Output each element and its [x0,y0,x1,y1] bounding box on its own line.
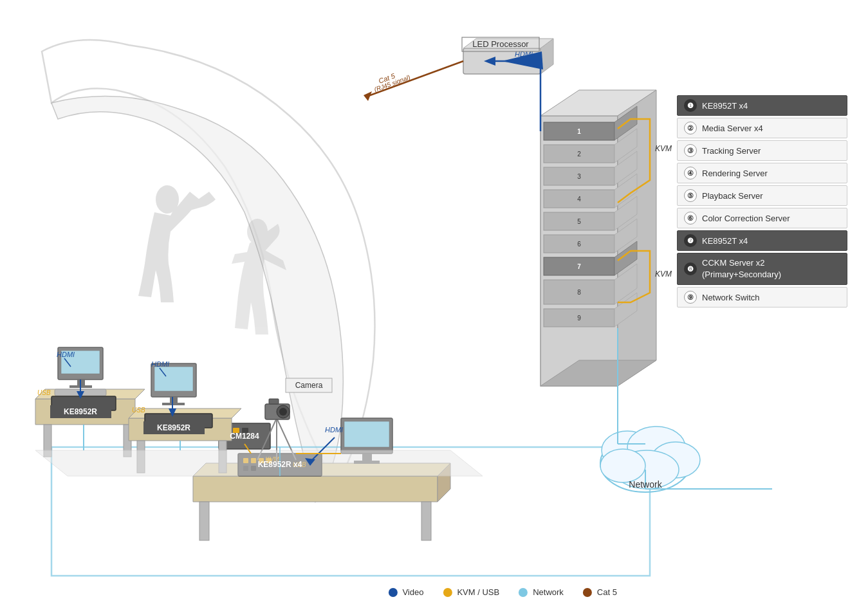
svg-text:KVM: KVM [655,270,672,279]
legend-num-9: ⑨ [684,291,697,304]
legend-num-4: ④ [684,167,697,179]
legend-num-8: ❽ [684,262,697,275]
legend-video: Video [388,587,423,597]
legend-num-1: ❶ [684,99,697,112]
video-label: Video [402,587,423,597]
legend-item-8: ❽ CCKM Server x2(Primary+Secondary) [677,253,847,285]
legend-label-9: Network Switch [702,293,760,302]
svg-text:KE8952R: KE8952R [157,423,190,432]
legend-label-6: Color Correction Server [702,214,790,223]
legend-cat5: Cat 5 [583,587,617,597]
cat5-label: Cat 5 [597,587,617,597]
svg-rect-80 [170,397,178,403]
svg-rect-44 [421,502,431,540]
svg-rect-60 [344,421,389,447]
svg-text:Network: Network [629,479,662,490]
legend-item-9: ⑨ Network Switch [677,287,847,308]
legend-label-2: Media Server x4 [702,124,763,133]
svg-text:KE8952R: KE8952R [64,407,97,416]
bottom-legend: Video KVM / USB Network Cat 5 [388,587,617,597]
svg-rect-69 [269,399,279,404]
svg-rect-79 [154,367,193,391]
legend-item-2: ② Media Server x4 [677,118,847,138]
svg-text:7: 7 [577,263,581,270]
svg-text:CM1284: CM1284 [230,432,259,441]
svg-text:2: 2 [577,151,581,158]
svg-text:HDMI: HDMI [151,360,169,368]
legend-label-4: Rendering Server [702,169,768,178]
legend-num-6: ⑥ [684,212,697,225]
svg-text:1: 1 [577,128,581,135]
legend-label-3: Tracking Server [702,146,761,156]
svg-text:5: 5 [577,218,581,225]
svg-text:KE8952R x4: KE8952R x4 [258,460,302,469]
svg-text:USB: USB [37,389,51,396]
svg-text:4: 4 [577,196,581,203]
svg-text:LED Processor: LED Processor [472,39,529,49]
legend-container: ❶ KE8952T x4 ② Media Server x4 ③ Trackin… [677,95,847,308]
svg-point-40 [600,449,645,482]
legend-num-3: ③ [684,144,697,157]
legend-item-7: ❼ KE8952T x4 [677,230,847,251]
legend-label-7: KE8952T x4 [702,236,748,246]
svg-rect-43 [199,502,209,540]
svg-text:KVM: KVM [655,144,672,153]
kvm-usb-dot [443,588,452,597]
svg-text:HDMI: HDMI [325,426,343,434]
svg-text:Camera: Camera [295,381,323,390]
legend-network: Network [519,587,564,597]
legend-num-2: ② [684,122,697,134]
network-dot [519,588,528,597]
legend-item-3: ③ Tracking Server [677,140,847,161]
network-label: Network [533,587,564,597]
svg-point-68 [279,408,287,416]
svg-rect-81 [162,403,185,405]
legend-kvm-usb: KVM / USB [443,587,499,597]
legend-label-5: Playback Server [702,191,763,201]
svg-text:3: 3 [577,173,581,180]
legend-item-1: ❶ KE8952T x4 [677,95,847,116]
svg-text:USB: USB [132,407,145,414]
cat5-dot [583,588,592,597]
legend-item-6: ⑥ Color Correction Server [677,208,847,228]
legend-label-8: CCKM Server x2(Primary+Secondary) [702,257,781,280]
video-dot [388,588,397,597]
kvm-usb-label: KVM / USB [457,587,499,597]
legend-item-4: ④ Rendering Server [677,163,847,183]
svg-text:HDMI: HDMI [57,351,75,358]
legend-num-5: ⑤ [684,189,697,202]
svg-text:6: 6 [577,241,581,248]
legend-item-5: ⑤ Playback Server [677,185,847,206]
legend-label-1: KE8952T x4 [702,101,748,111]
svg-text:9: 9 [577,315,581,322]
legend-num-7: ❼ [684,234,697,247]
svg-text:8: 8 [577,289,581,296]
